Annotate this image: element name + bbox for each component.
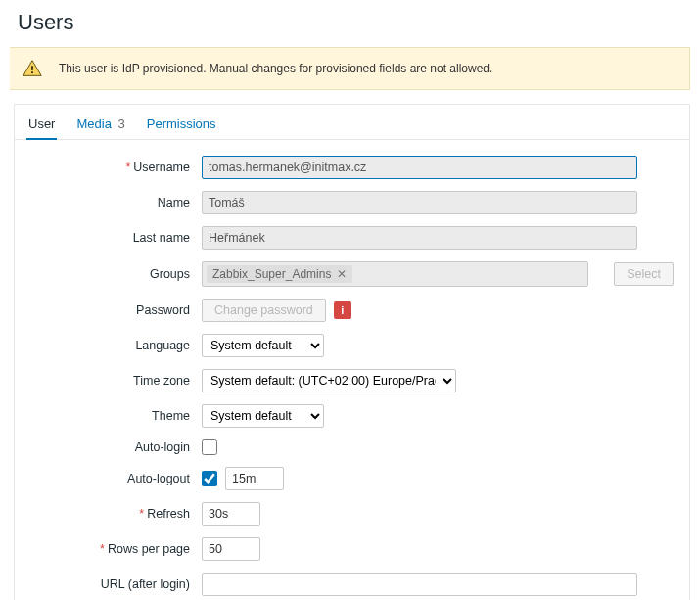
user-edit-panel: User Media 3 Permissions *Username Name xyxy=(14,104,690,600)
select-groups-button: Select xyxy=(614,262,674,286)
autologout-checkbox[interactable] xyxy=(202,471,217,486)
label-autologout: Auto-logout xyxy=(30,472,202,485)
label-timezone: Time zone xyxy=(30,374,202,388)
rows-per-page-field[interactable] xyxy=(202,537,260,561)
label-password: Password xyxy=(30,303,202,317)
lastname-field[interactable] xyxy=(202,226,637,250)
label-rows: *Rows per page xyxy=(30,542,202,556)
timezone-select[interactable]: System default: (UTC+02:00) Europe/Pragu… xyxy=(202,369,456,392)
label-autologin: Auto-login xyxy=(30,440,202,454)
tab-permissions[interactable]: Permissions xyxy=(145,113,218,139)
remove-group-icon: ✕ xyxy=(337,267,347,281)
label-theme: Theme xyxy=(30,409,202,423)
name-field[interactable] xyxy=(202,191,637,214)
svg-rect-1 xyxy=(31,71,33,73)
refresh-field[interactable] xyxy=(202,502,260,526)
label-name: Name xyxy=(30,196,202,209)
tab-media-label: Media xyxy=(76,116,111,131)
tab-bar: User Media 3 Permissions xyxy=(15,105,689,140)
tab-user[interactable]: User xyxy=(26,113,57,139)
group-pill: Zabbix_Super_Admins ✕ xyxy=(207,265,352,283)
user-form: *Username Name Last name Groups xyxy=(15,140,689,600)
username-field[interactable] xyxy=(202,156,637,179)
groups-field[interactable]: Zabbix_Super_Admins ✕ xyxy=(202,261,588,287)
url-field[interactable] xyxy=(202,573,637,596)
page-title: Users xyxy=(18,10,690,35)
tab-media-badge: 3 xyxy=(118,116,125,131)
info-icon[interactable]: i xyxy=(334,301,351,319)
idp-warning-notice: This user is IdP provisioned. Manual cha… xyxy=(10,47,690,90)
label-lastname: Last name xyxy=(30,231,202,245)
theme-select[interactable]: System default xyxy=(202,404,324,428)
label-url: URL (after login) xyxy=(30,577,202,591)
tab-media[interactable]: Media 3 xyxy=(74,113,126,139)
autologout-value[interactable] xyxy=(225,467,284,490)
group-pill-label: Zabbix_Super_Admins xyxy=(212,267,331,281)
language-select[interactable]: System default xyxy=(202,334,324,357)
label-language: Language xyxy=(30,339,202,352)
warning-icon xyxy=(22,58,43,79)
svg-rect-0 xyxy=(31,66,33,70)
autologin-checkbox[interactable] xyxy=(202,439,217,455)
label-groups: Groups xyxy=(30,267,202,281)
change-password-button: Change password xyxy=(202,299,326,322)
label-refresh: *Refresh xyxy=(30,507,202,521)
notice-text: This user is IdP provisioned. Manual cha… xyxy=(59,62,492,75)
label-username: *Username xyxy=(30,161,202,174)
